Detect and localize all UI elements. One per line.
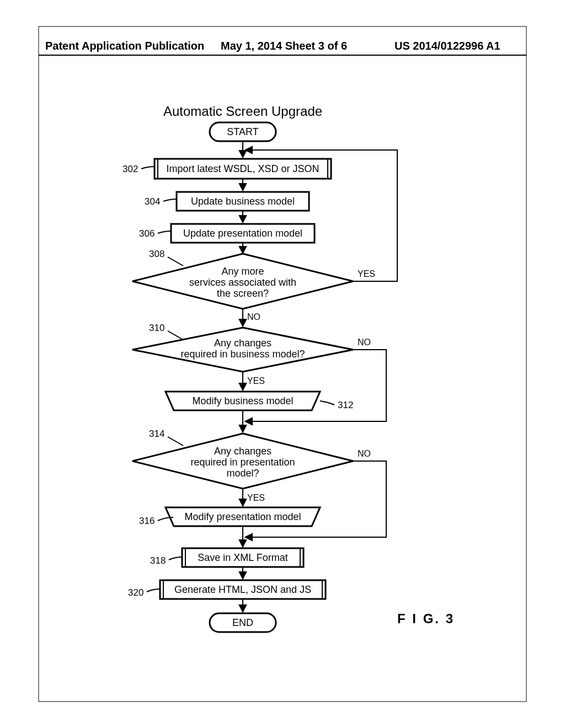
step-306: Update presentation model (171, 224, 315, 243)
step-304: Update business model (177, 192, 309, 211)
svg-text:318: 318 (150, 555, 166, 566)
svg-text:308: 308 (149, 249, 164, 259)
svg-text:Modify presentation model: Modify presentation model (184, 511, 301, 522)
svg-text:316: 316 (139, 516, 154, 526)
header-mid: May 1, 2014 Sheet 3 of 6 (221, 40, 347, 52)
svg-text:Update presentation model: Update presentation model (183, 228, 302, 239)
svg-text:Any more: Any more (221, 266, 264, 277)
svg-text:320: 320 (128, 587, 143, 598)
decision-310: Any changes required in business model? (132, 328, 353, 372)
end-label: END (232, 617, 253, 628)
svg-text:required in business model?: required in business model? (180, 349, 305, 360)
svg-text:Update business model: Update business model (191, 196, 295, 207)
no-label: NO (247, 312, 260, 322)
svg-text:Import latest WSDL, XSD or JSO: Import latest WSDL, XSD or JSON (166, 163, 319, 174)
start-label: START (227, 126, 258, 137)
svg-text:310: 310 (149, 323, 164, 333)
svg-text:Any changes: Any changes (214, 338, 271, 349)
svg-text:314: 314 (149, 429, 164, 439)
patent-figure: Patent Application Publication May 1, 20… (0, 0, 565, 728)
svg-text:312: 312 (338, 400, 353, 410)
svg-text:306: 306 (139, 228, 154, 239)
step-302: Import latest WSDL, XSD or JSON (154, 159, 331, 179)
step-312: Modify business model (166, 392, 320, 410)
figure-number: F I G. 3 (397, 611, 455, 626)
svg-text:services associated with: services associated with (189, 277, 296, 288)
svg-text:Any changes: Any changes (214, 446, 271, 457)
svg-text:required in presentation: required in presentation (190, 457, 295, 468)
decision-308: Any more services associated with the sc… (132, 254, 353, 309)
no-label: NO (358, 449, 371, 458)
decision-314: Any changes required in presentation mod… (132, 433, 353, 489)
no-label: NO (358, 338, 371, 347)
svg-text:Save in XML Format: Save in XML Format (198, 552, 287, 563)
step-316: Modify presentation model (166, 507, 320, 526)
svg-text:Modify business model: Modify business model (192, 395, 293, 406)
header-left: Patent Application Publication (45, 40, 204, 52)
yes-label: YES (247, 493, 265, 502)
yes-label: YES (247, 376, 265, 386)
header-right: US 2014/0122996 A1 (395, 40, 500, 52)
svg-text:302: 302 (122, 164, 138, 174)
svg-text:the screen?: the screen? (217, 288, 269, 299)
step-318: Save in XML Format (182, 548, 303, 567)
yes-label: YES (358, 269, 375, 279)
diagram-title: Automatic Screen Upgrade (163, 104, 322, 119)
svg-text:Generate HTML, JSON and JS: Generate HTML, JSON and JS (174, 584, 311, 595)
svg-text:model?: model? (226, 468, 259, 479)
step-320: Generate HTML, JSON and JS (160, 580, 326, 599)
svg-text:304: 304 (145, 196, 160, 207)
